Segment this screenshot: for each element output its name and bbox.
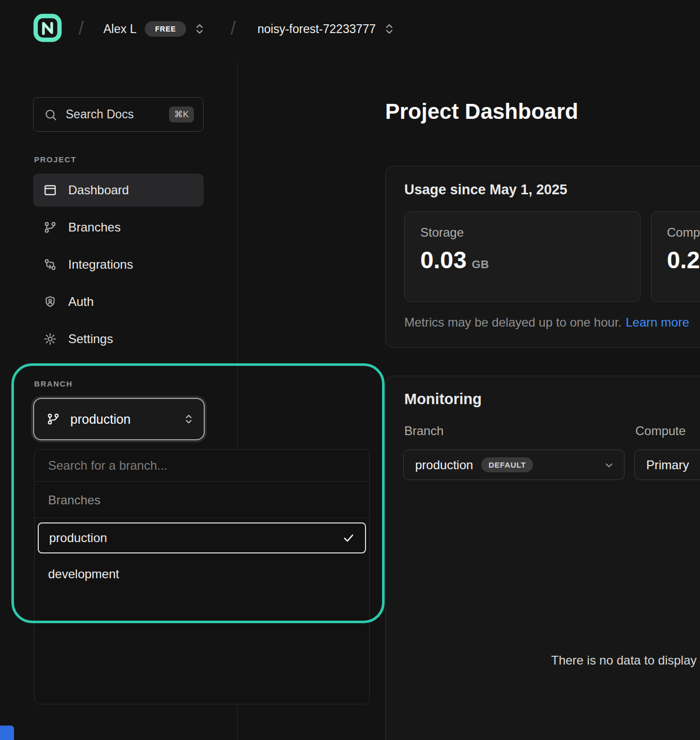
compute-field-label: Compute bbox=[635, 424, 686, 438]
metric-label: Storage bbox=[420, 225, 625, 240]
sidebar-item-label: Dashboard bbox=[68, 183, 129, 197]
git-branch-icon bbox=[47, 412, 60, 426]
sidebar-item-label: Auth bbox=[68, 295, 94, 309]
branch-search-row bbox=[35, 450, 369, 482]
monitoring-compute-value: Primary bbox=[646, 458, 689, 472]
usage-card-title: Usage since May 1, 2025 bbox=[404, 182, 700, 198]
metric-value: 0.03 bbox=[420, 246, 467, 274]
branch-selector-value: production bbox=[70, 412, 131, 427]
metric-label: Compute bbox=[667, 225, 700, 240]
usage-card: Usage since May 1, 2025 Storage 0.03 GB … bbox=[385, 166, 700, 348]
metric-value: 0.2 bbox=[667, 246, 700, 274]
branch-field-label: Branch bbox=[404, 424, 444, 438]
git-branch-icon bbox=[43, 221, 57, 234]
monitoring-branch-select[interactable]: production DEFAULT bbox=[403, 450, 625, 480]
keyboard-shortcut-badge: ⌘K bbox=[169, 106, 194, 122]
branch-option-production[interactable]: production bbox=[38, 522, 366, 553]
monitoring-card: Monitoring Branch Compute production DEF… bbox=[385, 376, 700, 740]
branch-selector[interactable]: production bbox=[33, 398, 205, 440]
auth-shield-icon bbox=[43, 295, 57, 309]
monitoring-title: Monitoring bbox=[404, 391, 482, 408]
bottom-left-blue-fragment bbox=[0, 726, 14, 740]
metric-storage: Storage 0.03 GB bbox=[404, 211, 641, 302]
integrations-icon bbox=[43, 258, 57, 271]
search-docs-button[interactable]: Search Docs ⌘K bbox=[33, 97, 204, 132]
chevron-down-icon bbox=[603, 459, 615, 471]
monitoring-branch-value: production bbox=[415, 458, 473, 472]
org-switcher[interactable]: Alex L FREE bbox=[103, 17, 205, 41]
sidebar-item-label: Settings bbox=[68, 332, 113, 346]
project-section-label: PROJECT bbox=[34, 155, 77, 164]
neon-logo[interactable] bbox=[33, 13, 62, 42]
monitoring-compute-select[interactable]: Primary bbox=[634, 450, 700, 480]
search-icon bbox=[44, 108, 57, 121]
check-icon bbox=[342, 532, 355, 544]
page-title: Project Dashboard bbox=[385, 99, 578, 124]
project-name: noisy-forest-72233777 bbox=[257, 22, 376, 36]
default-badge: DEFAULT bbox=[481, 457, 533, 472]
sidebar-item-integrations[interactable]: Integrations bbox=[33, 248, 204, 281]
branch-section-label: BRANCH bbox=[34, 379, 73, 388]
breadcrumb-separator: / bbox=[79, 18, 84, 39]
branch-dropdown: Branches production development bbox=[34, 449, 370, 704]
chevron-updown-icon bbox=[384, 23, 394, 35]
sidebar-item-settings[interactable]: Settings bbox=[33, 322, 204, 356]
sidebar-item-label: Integrations bbox=[68, 257, 133, 272]
dashboard-icon bbox=[43, 183, 57, 197]
metric-compute: Compute 0.2 bbox=[651, 211, 700, 302]
branch-group-label: Branches bbox=[35, 482, 369, 518]
branch-option-development[interactable]: development bbox=[35, 558, 369, 591]
search-docs-label: Search Docs bbox=[66, 107, 134, 121]
branch-option-label: development bbox=[48, 567, 119, 581]
branch-search-input[interactable] bbox=[48, 458, 356, 473]
breadcrumb-separator: / bbox=[231, 18, 236, 39]
sidebar-item-branches[interactable]: Branches bbox=[33, 211, 204, 244]
plan-badge: FREE bbox=[145, 21, 187, 37]
chevron-updown-icon bbox=[184, 413, 193, 425]
sidebar-item-auth[interactable]: Auth bbox=[33, 285, 204, 318]
usage-footnote-text: Metrics may be delayed up to one hour. bbox=[404, 315, 621, 329]
learn-more-link[interactable]: Learn more bbox=[626, 315, 689, 329]
sidebar-item-dashboard[interactable]: Dashboard bbox=[33, 174, 204, 207]
org-name: Alex L bbox=[103, 22, 136, 36]
metric-unit: GB bbox=[472, 258, 489, 271]
branch-option-label: production bbox=[49, 531, 107, 545]
usage-metrics-row: Storage 0.03 GB Compute 0.2 bbox=[404, 211, 700, 302]
chevron-updown-icon bbox=[194, 23, 205, 35]
gear-icon bbox=[43, 332, 57, 346]
monitoring-empty-message: There is no data to display bbox=[551, 653, 697, 668]
project-switcher[interactable]: noisy-forest-72233777 bbox=[257, 17, 394, 41]
sidebar-item-label: Branches bbox=[68, 220, 120, 235]
usage-footnote: Metrics may be delayed up to one hour.Le… bbox=[404, 315, 700, 330]
